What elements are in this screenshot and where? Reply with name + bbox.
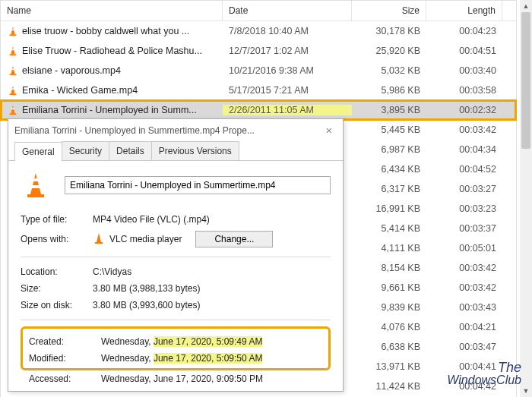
- file-length: 00:03:42: [426, 263, 502, 273]
- file-size: 6,317 KB: [352, 184, 426, 194]
- file-length: 00:03:43: [426, 302, 502, 313]
- file-length: 00:04:52: [426, 164, 502, 175]
- file-length: 00:03:47: [426, 342, 502, 352]
- file-name: elise truow - bobby caldwell what you ..…: [22, 26, 189, 36]
- label-accessed: Accessed:: [29, 373, 101, 384]
- tab-details[interactable]: Details: [109, 141, 152, 160]
- file-size: 5,445 KB: [352, 124, 426, 135]
- file-size: 5,414 KB: [352, 223, 426, 234]
- value-size-on-disk: 3.80 MB (3,993,600 bytes): [93, 300, 331, 310]
- vlc-file-icon: [7, 84, 19, 96]
- file-size: 5,032 KB: [352, 65, 426, 76]
- file-row[interactable]: Emiliana Torrini - Unemployed in Summ...…: [1, 100, 516, 120]
- vlc-small-icon: [93, 232, 105, 247]
- value-opens-with: VLC media player: [109, 234, 182, 244]
- label-opens-with: Opens with:: [21, 234, 93, 244]
- file-size: 6,638 KB: [352, 342, 426, 352]
- file-size: 11,424 KB: [352, 381, 426, 392]
- svg-rect-17: [31, 185, 40, 188]
- file-size: 25,920 KB: [352, 46, 426, 56]
- file-size: 4,076 KB: [352, 322, 426, 332]
- col-header-length[interactable]: Length: [426, 1, 502, 20]
- file-size: 9,661 KB: [352, 282, 426, 293]
- file-length: 00:02:32: [426, 105, 502, 115]
- tab-security[interactable]: Security: [62, 141, 109, 160]
- svg-rect-10: [11, 88, 14, 90]
- file-size: 13,971 KB: [352, 361, 426, 372]
- scrollbar[interactable]: ▲ ▼: [520, 0, 532, 397]
- label-type: Type of file:: [21, 214, 93, 225]
- file-size: 6,434 KB: [352, 164, 426, 175]
- file-row[interactable]: elise truow - bobby caldwell what you ..…: [1, 21, 516, 41]
- file-name: elsiane - vaporous.mp4: [22, 65, 121, 76]
- svg-rect-11: [10, 93, 17, 95]
- file-length: 00:04:51: [426, 46, 502, 56]
- file-length: 00:05:01: [426, 243, 502, 254]
- label-created: Created:: [29, 336, 101, 347]
- label-size-on-disk: Size on disk:: [21, 300, 93, 310]
- value-type: MP4 Video File (VLC) (.mp4): [93, 214, 331, 225]
- label-location: Location:: [21, 266, 93, 277]
- file-size: 4,111 KB: [352, 243, 426, 254]
- file-size: 9,839 KB: [352, 302, 426, 313]
- file-size: 3,895 KB: [352, 105, 426, 115]
- close-icon[interactable]: ×: [321, 124, 337, 137]
- file-size: 6,987 KB: [352, 144, 426, 155]
- col-header-size[interactable]: Size: [352, 1, 426, 20]
- file-length: 00:03:23: [426, 203, 502, 214]
- value-modified: Wednesday, June 17, 2020, 5:09:50 AM: [101, 353, 322, 364]
- svg-rect-8: [10, 74, 17, 75]
- file-length: 00:03:42: [426, 282, 502, 293]
- scroll-down-icon[interactable]: ▼: [520, 385, 532, 397]
- file-length: 00:03:27: [426, 184, 502, 194]
- file-row[interactable]: Elise Truow - Radiohead & Police Mashu..…: [1, 41, 516, 61]
- file-date: 12/7/2017 1:02 AM: [223, 46, 352, 56]
- scroll-thumb[interactable]: [521, 12, 530, 149]
- vlc-file-icon: [7, 45, 19, 57]
- value-created: Wednesday, June 17, 2020, 5:09:49 AM: [101, 336, 322, 347]
- vlc-file-icon: [7, 25, 19, 37]
- svg-rect-7: [11, 68, 14, 70]
- file-row[interactable]: Emika - Wicked Game.mp45/17/2015 7:21 AM…: [1, 80, 516, 100]
- svg-rect-1: [11, 29, 14, 30]
- file-length: 00:03:58: [426, 85, 502, 96]
- col-header-date[interactable]: Date: [223, 1, 352, 20]
- column-headers: Name Date Size Length: [1, 1, 516, 21]
- tabs: General Security Details Previous Versio…: [8, 141, 343, 161]
- file-size: 16,991 KB: [352, 203, 426, 214]
- vlc-cone-icon: [21, 170, 51, 200]
- file-name: Emika - Wicked Game.mp4: [22, 85, 138, 96]
- vlc-file-icon: [7, 65, 19, 77]
- file-date: 5/17/2015 7:21 AM: [223, 85, 352, 96]
- file-size: 8,154 KB: [352, 263, 426, 273]
- svg-rect-4: [11, 49, 14, 50]
- svg-rect-13: [11, 108, 14, 109]
- date-highlight-box: Created:Wednesday, June 17, 2020, 5:09:4…: [21, 326, 331, 370]
- scroll-up-icon[interactable]: ▲: [520, 0, 532, 12]
- watermark: The WindowsClub: [447, 361, 521, 386]
- file-size: 5,986 KB: [352, 85, 426, 96]
- tab-general[interactable]: General: [14, 142, 62, 161]
- properties-dialog: Emiliana Torrini - Unemployed in Summert…: [8, 118, 344, 392]
- file-date: 2/26/2011 11:05 AM: [223, 105, 352, 115]
- svg-rect-16: [33, 178, 39, 181]
- svg-rect-18: [27, 194, 44, 197]
- svg-marker-15: [30, 173, 41, 194]
- value-size: 3.80 MB (3,988,133 bytes): [93, 283, 331, 294]
- svg-rect-2: [10, 34, 17, 36]
- file-length: 00:04:34: [426, 144, 502, 155]
- value-location: C:\Vidyas: [93, 266, 331, 277]
- label-size: Size:: [21, 283, 93, 294]
- file-length: 00:04:23: [426, 26, 502, 36]
- file-name: Emiliana Torrini - Unemployed in Summ...: [22, 105, 197, 115]
- file-length: 00:04:21: [426, 322, 502, 332]
- vlc-file-icon: [7, 104, 19, 116]
- svg-marker-19: [97, 233, 101, 242]
- value-accessed: Wednesday, June 17, 2020, 9:09:50 PM: [101, 373, 331, 384]
- filename-field[interactable]: [65, 176, 331, 194]
- file-date: 7/8/2018 10:40 AM: [223, 26, 352, 36]
- change-button[interactable]: Change...: [195, 231, 273, 247]
- tab-previous-versions[interactable]: Previous Versions: [151, 141, 239, 160]
- col-header-name[interactable]: Name: [1, 1, 223, 20]
- file-row[interactable]: elsiane - vaporous.mp410/21/2016 9:38 AM…: [1, 61, 516, 80]
